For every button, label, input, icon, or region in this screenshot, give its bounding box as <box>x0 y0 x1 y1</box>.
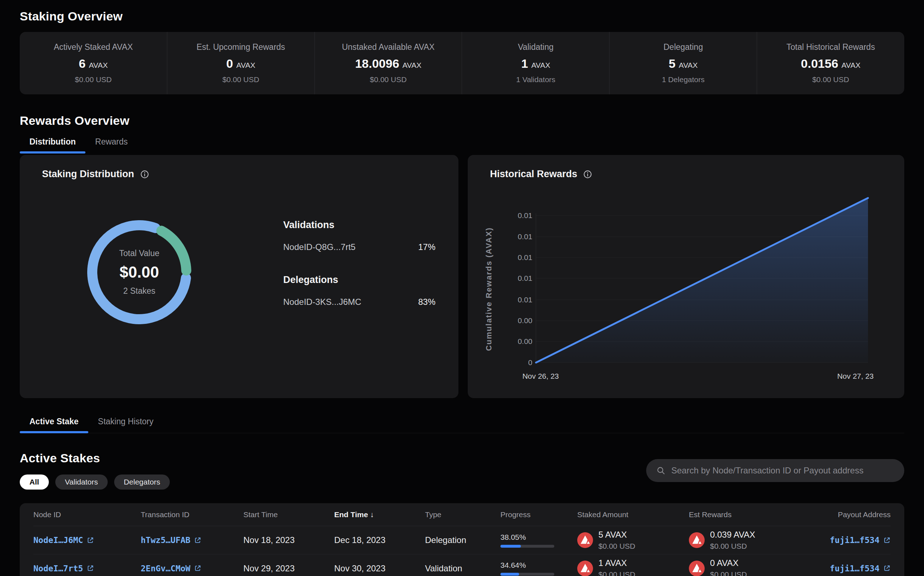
table-row: NodeI…7rt5 2EnGv…CMoW Nov 29, 2023 Nov 3… <box>34 554 890 576</box>
external-link-icon <box>87 536 94 544</box>
delegations-heading: Delegations <box>283 274 435 285</box>
stat-sub: 1 Delegators <box>662 75 705 84</box>
svg-text:0.00: 0.00 <box>518 337 533 346</box>
stake-filters: All Validators Delegators <box>20 475 170 490</box>
x-axis-start-label: Nov 26, 23 <box>522 372 559 380</box>
filter-delegators[interactable]: Delegators <box>114 475 170 490</box>
node-id-link[interactable]: NodeI…J6MC <box>34 536 94 545</box>
col-payout-address: Payout Address <box>829 510 890 519</box>
node-id-link[interactable]: NodeI…7rt5 <box>34 564 94 573</box>
progress-indicator: 34.64% <box>500 561 577 576</box>
payout-address-link[interactable]: fuji1…f534 <box>830 536 890 545</box>
stat-upcoming-rewards: Est. Upcoming Rewards 0AVAX $0.00 USD <box>167 32 314 94</box>
sort-down-icon: ↓ <box>370 510 374 518</box>
stat-value: 18.0096 <box>355 57 399 70</box>
start-time: Nov 29, 2023 <box>243 563 334 573</box>
rewards-cards: Staking Distribution Total Value $0.00 2… <box>20 155 904 398</box>
historical-rewards-card: Historical Rewards Cumulative Rewards (A… <box>468 155 904 398</box>
end-time: Dec 18, 2023 <box>334 535 425 545</box>
rewards-overview-title: Rewards Overview <box>20 114 904 128</box>
active-stakes-header: Active Stakes All Validators Delegators <box>20 451 904 490</box>
avax-coin-icon <box>577 532 593 548</box>
payout-address-link[interactable]: fuji1…f534 <box>830 564 890 573</box>
avax-coin-icon <box>689 532 705 548</box>
y-axis-ticks: 0.01 0.01 0.01 0.01 0.01 0.00 0.00 0 <box>518 211 533 366</box>
staked-amount: 5 AVAX $0.00 USD <box>577 530 689 550</box>
tab-rewards[interactable]: Rewards <box>85 137 138 153</box>
est-rewards: 0 AVAX $0.00 USD <box>689 558 829 576</box>
rewards-avax: 0 AVAX <box>710 558 747 568</box>
search-input[interactable] <box>671 466 894 475</box>
delegations-percent: 83% <box>418 297 435 307</box>
col-type: Type <box>425 510 500 519</box>
svg-text:0.01: 0.01 <box>518 296 533 304</box>
staking-overview-stats: Actively Staked AVAX 6AVAX $0.00 USD Est… <box>20 32 904 94</box>
stat-sub: $0.00 USD <box>75 75 112 84</box>
stake-type: Validation <box>425 563 500 573</box>
stat-sub: 1 Validators <box>516 75 555 84</box>
stat-unit: AVAX <box>403 61 422 69</box>
validations-row: NodeID-Q8G...7rt5 17% <box>283 242 435 252</box>
col-staked-amount: Staked Amount <box>577 510 689 519</box>
staking-distribution-card: Staking Distribution Total Value $0.00 2… <box>20 155 459 398</box>
staked-avax: 5 AVAX <box>598 530 635 540</box>
donut-center-sub: 2 Stakes <box>123 286 156 296</box>
staking-distribution-card-title: Staking Distribution <box>42 168 134 180</box>
stat-unit: AVAX <box>841 61 860 69</box>
transaction-id-link[interactable]: hTwz5…UFAB <box>141 536 201 545</box>
info-icon[interactable] <box>140 170 149 179</box>
staked-amount: 1 AVAX $0.00 USD <box>577 558 689 576</box>
external-link-icon <box>194 565 201 572</box>
stat-label: Validating <box>518 42 553 52</box>
info-icon[interactable] <box>583 170 592 179</box>
stat-unit: AVAX <box>531 61 550 69</box>
stat-sub: $0.00 USD <box>812 75 849 84</box>
end-time: Nov 30, 2023 <box>334 563 425 573</box>
stat-validating: Validating 1AVAX 1 Validators <box>462 32 609 94</box>
stat-sub: $0.00 USD <box>370 75 407 84</box>
tab-distribution[interactable]: Distribution <box>20 137 85 153</box>
start-time: Nov 18, 2023 <box>243 535 334 545</box>
donut-center-label: Total Value <box>119 248 159 258</box>
stat-unit: AVAX <box>236 61 255 69</box>
table-row: NodeI…J6MC hTwz5…UFAB Nov 18, 2023 Dec 1… <box>34 526 890 554</box>
validations-percent: 17% <box>418 242 435 252</box>
transaction-id-link[interactable]: 2EnGv…CMoW <box>141 564 201 573</box>
active-stakes-table: Node ID Transaction ID Start Time End Ti… <box>20 503 904 576</box>
stakes-search[interactable] <box>646 459 904 482</box>
svg-text:0: 0 <box>528 358 533 366</box>
table-header-row: Node ID Transaction ID Start Time End Ti… <box>34 503 890 526</box>
stat-delegating: Delegating 5AVAX 1 Delegators <box>609 32 757 94</box>
col-end-time-sort[interactable]: End Time ↓ <box>334 510 425 519</box>
progress-bar-fill <box>500 573 519 576</box>
tab-active-stake[interactable]: Active Stake <box>20 417 88 433</box>
svg-text:0.00: 0.00 <box>518 316 533 325</box>
staking-distribution-donut: Total Value $0.00 2 Stakes <box>87 220 191 324</box>
search-icon <box>656 466 666 475</box>
external-link-icon <box>87 565 94 572</box>
x-axis-end-label: Nov 27, 23 <box>837 372 874 380</box>
stat-value: 0 <box>226 57 233 70</box>
est-rewards: 0.039 AVAX $0.00 USD <box>689 530 829 550</box>
stat-unit: AVAX <box>89 61 108 69</box>
stat-label: Unstaked Available AVAX <box>342 42 434 52</box>
filter-all[interactable]: All <box>20 475 49 490</box>
svg-text:0.01: 0.01 <box>518 232 533 241</box>
stat-label: Actively Staked AVAX <box>54 42 133 52</box>
historical-rewards-line-chart: Cumulative Rewards (AVAX) 0.01 0.01 0.01 <box>482 191 890 384</box>
progress-percent: 34.64% <box>500 561 563 570</box>
stat-sub: $0.00 USD <box>222 75 259 84</box>
stat-total-historical-rewards: Total Historical Rewards 0.0156AVAX $0.0… <box>757 32 904 94</box>
donut-center-value: $0.00 <box>120 263 159 281</box>
y-axis-label: Cumulative Rewards (AVAX) <box>484 227 493 351</box>
tab-staking-history[interactable]: Staking History <box>88 417 163 433</box>
stat-unit: AVAX <box>679 61 698 69</box>
stake-type: Delegation <box>425 535 500 545</box>
stat-unstaked-available: Unstaked Available AVAX 18.0096AVAX $0.0… <box>314 32 462 94</box>
rewards-tabbar: Distribution Rewards <box>20 137 904 153</box>
filter-validators[interactable]: Validators <box>55 475 108 490</box>
validations-node-id: NodeID-Q8G...7rt5 <box>283 242 355 252</box>
col-est-rewards: Est Rewards <box>689 510 829 519</box>
stakes-tabbar: Active Stake Staking History <box>20 417 904 433</box>
rewards-usd: $0.00 USD <box>710 542 755 550</box>
